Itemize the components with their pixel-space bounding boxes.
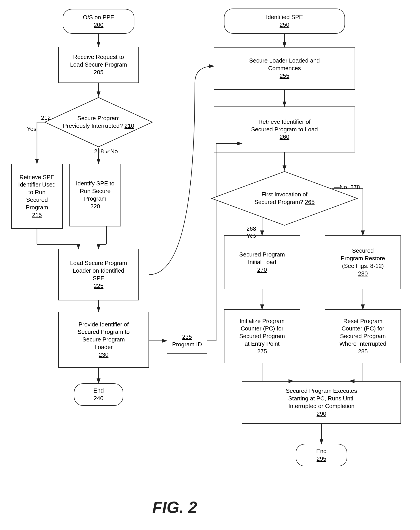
node-initial-load: Secured ProgramInitial Load 270 bbox=[224, 236, 300, 289]
node-executes: Secured Program ExecutesStarting at PC, … bbox=[242, 381, 401, 424]
node-diamond210: Secure ProgramPreviously Interrupted? 21… bbox=[44, 96, 154, 148]
label-218: 218 ↙No bbox=[94, 148, 118, 155]
node-end-240: End 240 bbox=[74, 383, 123, 406]
label-212: 212 bbox=[41, 114, 51, 121]
node-secure-loader: Secure Loader Loaded andCommences 255 bbox=[214, 47, 355, 90]
node-identified-spe: Identified SPE 250 bbox=[224, 9, 345, 34]
label-yes-215: Yes bbox=[27, 126, 36, 132]
diagram-container: O/S on PPE 200 Receive Request toLoad Se… bbox=[0, 0, 420, 530]
node-diamond265: First Invocation ofSecured Program? 265 bbox=[210, 170, 358, 226]
node-receive: Receive Request toLoad Secure Program 20… bbox=[58, 47, 139, 83]
fig-label: FIG. 2 bbox=[152, 498, 197, 516]
node-program-id: 235 Program ID bbox=[167, 328, 207, 353]
node-program-restore: SecuredProgram Restore(See Figs. 8-12) 2… bbox=[325, 236, 401, 289]
node-retrieve-id: Retrieve Identifier ofSecured Program to… bbox=[214, 106, 355, 152]
node-ppe: O/S on PPE 200 bbox=[63, 9, 134, 34]
node-load-spl: Load Secure ProgramLoader on IdentifiedS… bbox=[58, 249, 139, 300]
node-provide-id: Provide Identifier ofSecured Program toS… bbox=[58, 312, 149, 368]
node-retrieve-spe: Retrieve SPEIdentifier Usedto RunSecured… bbox=[11, 164, 63, 229]
node-identify-spe: Identify SPE toRun SecureProgram 220 bbox=[70, 164, 121, 226]
label-278-no: —No 278 bbox=[334, 184, 360, 191]
node-end-295: End 295 bbox=[296, 444, 347, 466]
node-reset-pc: Reset ProgramCounter (PC) forSecured Pro… bbox=[325, 309, 401, 363]
node-init-pc: Initialize ProgramCounter (PC) forSecure… bbox=[224, 309, 300, 363]
